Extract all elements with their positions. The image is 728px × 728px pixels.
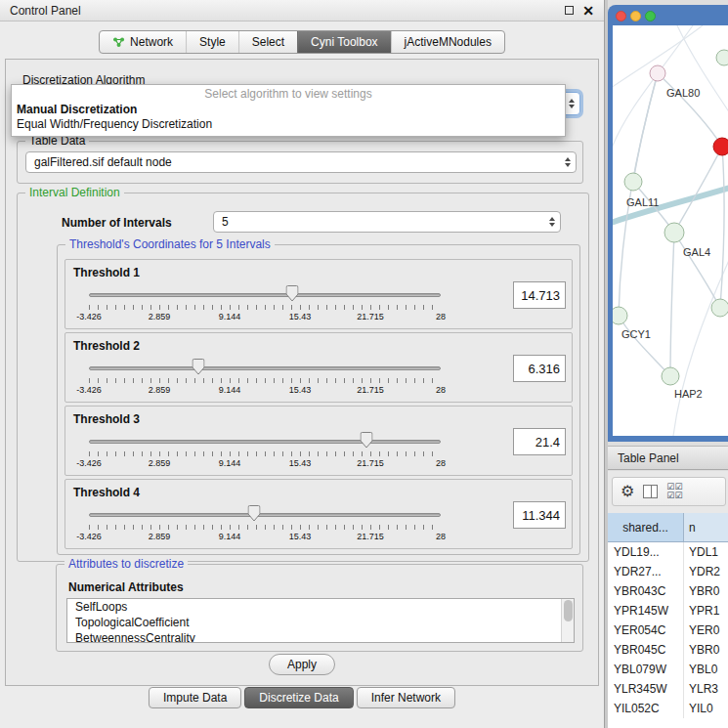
tab-infer-network[interactable]: Infer Network: [357, 687, 455, 708]
slider-track[interactable]: [89, 440, 441, 444]
network-edge[interactable]: [670, 233, 674, 376]
network-node[interactable]: [711, 299, 728, 317]
combo-stepper-icon[interactable]: [560, 157, 576, 167]
slider-track[interactable]: [89, 293, 441, 297]
table-body: YDL19...YDL1YDR27...YDR2YBR043CYBR0YPR14…: [608, 542, 728, 718]
column-header-name[interactable]: n: [684, 513, 728, 541]
table-row[interactable]: YER054CYER0: [608, 621, 728, 640]
attribute-list[interactable]: SelfLoopsTopologicalCoefficientBetweenne…: [66, 598, 575, 643]
network-edge[interactable]: [720, 147, 724, 308]
network-edge[interactable]: [674, 233, 720, 308]
table-row[interactable]: YPR145WYPR1: [608, 601, 728, 621]
threshold-slider[interactable]: -3.4262.8599.14415.4321.71528: [89, 432, 441, 473]
threshold-slider[interactable]: -3.4262.8599.14415.4321.71528: [89, 359, 441, 400]
tab-network[interactable]: Network: [100, 31, 186, 53]
threshold-slider[interactable]: -3.4262.8599.14415.4321.71528: [89, 505, 441, 546]
network-node[interactable]: [613, 307, 627, 324]
slider-thumb[interactable]: [248, 505, 261, 522]
table-cell: YER054C: [608, 621, 684, 640]
table-cell: YER0: [684, 621, 728, 640]
slider-track[interactable]: [89, 366, 441, 370]
combo-stepper-icon[interactable]: [564, 99, 579, 108]
mac-zoom-button[interactable]: [645, 11, 656, 21]
slider-thumb[interactable]: [192, 359, 204, 375]
mac-close-button[interactable]: [616, 11, 626, 21]
select-columns-icons[interactable]: ☑ ☑ ☑ ☑: [666, 483, 688, 500]
popup-option-equal-width[interactable]: Equal Width/Frequency Discretization: [12, 116, 565, 131]
threshold-label: Threshold 2: [73, 339, 140, 353]
right-panel: GAL80 GAL11 GAL4 GCY1 HAP2 Table Panel ⚙…: [608, 0, 728, 728]
table-row[interactable]: YBL079WYBL0: [608, 660, 728, 679]
network-edge[interactable]: [619, 316, 670, 376]
slider-thumb[interactable]: [285, 285, 298, 302]
table-cell: YBR0: [684, 581, 728, 601]
network-edge[interactable]: [658, 73, 722, 147]
tab-label: Select: [252, 35, 284, 49]
slider-scale-label: 15.43: [289, 385, 312, 395]
node-label: HAP2: [674, 388, 703, 400]
gear-icon[interactable]: ⚙: [621, 484, 634, 499]
table-data-combobox[interactable]: galFiltered.sif default node: [25, 151, 577, 173]
attributes-group: Attributes to discretize Numerical Attri…: [56, 564, 583, 652]
attribute-item[interactable]: TopologicalCoefficient: [67, 615, 574, 630]
slider-scale-label: 9.144: [219, 312, 241, 321]
table-cell: YPR145W: [608, 601, 684, 621]
number-of-intervals-combobox[interactable]: 5: [213, 211, 561, 233]
tab-style[interactable]: Style: [186, 31, 238, 53]
checkbox-icon[interactable]: ☑: [674, 492, 682, 500]
attribute-item[interactable]: SelfLoops: [67, 599, 574, 615]
apply-button[interactable]: Apply: [269, 654, 335, 675]
network-node[interactable]: [650, 65, 665, 81]
table-row[interactable]: YDL19...YDL1: [608, 542, 728, 562]
table-cell: YBR043C: [608, 581, 684, 601]
network-node[interactable]: [662, 367, 679, 385]
table-data-value: galFiltered.sif default node: [34, 155, 172, 169]
float-window-icon[interactable]: [565, 6, 574, 15]
tab-select[interactable]: Select: [238, 31, 297, 53]
scrollbar-thumb[interactable]: [564, 600, 573, 621]
threshold-value-input[interactable]: [513, 281, 566, 309]
table-row[interactable]: YIL052CYIL0: [608, 699, 728, 718]
attribute-list-scrollbar[interactable]: [561, 599, 574, 642]
threshold-panel: Threshold 4 -3.4262.8599.14415.4321.7152…: [64, 479, 573, 549]
attribute-item[interactable]: BetweennessCentrality: [67, 630, 574, 643]
threshold-value-input[interactable]: [513, 355, 566, 382]
threshold-value-input[interactable]: [513, 501, 566, 529]
table-row[interactable]: YBR043CYBR0: [608, 581, 728, 601]
table-cell: YIL0: [684, 699, 728, 718]
table-row[interactable]: YDR27...YDR2: [608, 562, 728, 581]
slider-scale-label: 9.144: [219, 385, 241, 395]
combo-stepper-icon[interactable]: [544, 217, 560, 227]
columns-icon[interactable]: [643, 485, 658, 498]
threshold-slider[interactable]: -3.4262.8599.14415.4321.71528: [89, 285, 441, 326]
slider-thumb[interactable]: [361, 432, 373, 449]
tab-impute-data[interactable]: Impute Data: [149, 687, 241, 708]
tab-cyni-toolbox[interactable]: Cyni Toolbox: [297, 31, 390, 53]
table-panel-header: Table Panel: [608, 446, 728, 470]
table-row[interactable]: YLR345WYLR3: [608, 679, 728, 699]
algorithm-dropdown-popup: Select algorithm to view settings Manual…: [11, 84, 566, 137]
network-edge[interactable]: [673, 258, 728, 436]
tab-label: Network: [130, 35, 173, 49]
network-canvas[interactable]: GAL80 GAL11 GAL4 GCY1 HAP2: [613, 25, 728, 436]
tab-jactivemnodules[interactable]: jActiveMNodules: [391, 31, 504, 53]
network-node-selected[interactable]: [713, 138, 728, 155]
checkbox-icon[interactable]: ☑: [666, 492, 674, 500]
tab-discretize-data[interactable]: Discretize Data: [244, 687, 353, 708]
network-edge[interactable]: [619, 73, 658, 316]
close-icon[interactable]: ✕: [582, 4, 594, 18]
network-node[interactable]: [716, 50, 728, 65]
cyni-toolbox-panel: Discretization Algorithm Select algorith…: [5, 59, 599, 686]
column-header-shared-name[interactable]: shared...: [608, 513, 684, 541]
slider-scale-label: 21.715: [357, 312, 384, 321]
table-row[interactable]: YBR045CYBR0: [608, 640, 728, 660]
slider-track[interactable]: [89, 513, 441, 517]
network-node[interactable]: [624, 173, 642, 191]
slider-scale-label: -3.426: [76, 458, 102, 468]
network-node[interactable]: [664, 223, 684, 242]
popup-option-manual-discretization[interactable]: Manual Discretization: [12, 102, 565, 116]
slider-scale-label: 2.859: [149, 458, 171, 468]
threshold-value-input[interactable]: [513, 428, 566, 455]
mac-minimize-button[interactable]: [630, 11, 641, 21]
node-label: GAL11: [626, 196, 659, 208]
